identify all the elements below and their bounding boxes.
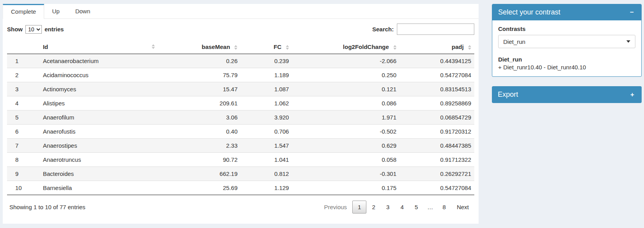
page-button-1[interactable]: 1: [352, 201, 366, 214]
cell-id: Anaerostipes: [40, 139, 159, 153]
export-box: Export +: [492, 86, 642, 103]
cell-padj: 0.26292721: [400, 167, 474, 181]
header-log2foldchange[interactable]: log2FoldChange: [292, 40, 400, 54]
table-row: 3 Actinomyces 15.47 1.087 0.121 0.831545…: [7, 82, 474, 96]
next-page-button[interactable]: Next: [451, 201, 474, 214]
cell-id: Anaerofustis: [40, 125, 159, 139]
cell-fc: 1.041: [240, 153, 292, 167]
table-row: 6 Anaerofustis 0.40 0.706 -0.502 0.91720…: [7, 125, 474, 139]
search-input[interactable]: [397, 24, 474, 35]
contrast-select-value: Diet_run: [503, 38, 526, 45]
cell-basemean: 25.69: [159, 181, 240, 195]
contrast-box-body: Contrasts Diet_run Diet_run + Diet_runr1…: [492, 20, 641, 76]
cell-id: Acidaminococcus: [40, 68, 159, 82]
cell-padj: 0.54727084: [400, 181, 474, 195]
cell-fc: 1.189: [240, 68, 292, 82]
cell-log2foldchange: 0.629: [292, 139, 400, 153]
cell-id: Alistipes: [40, 96, 159, 110]
sort-icon: [286, 45, 289, 50]
cell-rownum: 9: [7, 167, 40, 181]
cell-basemean: 2.33: [159, 139, 240, 153]
cell-rownum: 3: [7, 82, 40, 96]
tab-down[interactable]: Down: [67, 4, 98, 18]
sidebar-panel: Select your contrast − Contrasts Diet_ru…: [492, 4, 642, 103]
chevron-down-icon: [626, 40, 630, 43]
cell-basemean: 15.47: [159, 82, 240, 96]
contrast-detail-title: Diet_run: [498, 56, 635, 63]
cell-fc: 1.087: [240, 82, 292, 96]
cell-rownum: 6: [7, 125, 40, 139]
cell-log2foldchange: 0.175: [292, 181, 400, 195]
cell-log2foldchange: 1.971: [292, 110, 400, 125]
sort-icon: [468, 45, 471, 50]
export-box-header[interactable]: Export +: [492, 86, 642, 103]
cell-fc: 1.062: [240, 96, 292, 110]
cell-fc: 1.129: [240, 181, 292, 195]
cell-id: Actinomyces: [40, 82, 159, 96]
page-button-5[interactable]: 5: [409, 201, 423, 214]
cell-padj: 0.91712322: [400, 153, 474, 167]
cell-log2foldchange: 0.121: [292, 82, 400, 96]
header-id-label: Id: [43, 43, 48, 50]
cell-log2foldchange: -2.066: [292, 54, 400, 68]
cell-rownum: 7: [7, 139, 40, 153]
header-basemean[interactable]: baseMean: [159, 40, 240, 54]
table-row: 5 Anaerofilum 3.06 3.920 1.971 0.0685472…: [7, 110, 474, 125]
cell-id: Anaerofilum: [40, 110, 159, 125]
cell-log2foldchange: 0.250: [292, 68, 400, 82]
contrast-detail-formula: + Diet_runr10.40 - Diet_runr40.10: [498, 64, 635, 71]
cell-padj: 0.06854729: [400, 110, 474, 125]
table-row: 10 Barnesiella 25.69 1.129 0.175 0.54727…: [7, 181, 474, 195]
page-button-2[interactable]: 2: [366, 201, 380, 214]
header-id[interactable]: Id: [40, 40, 159, 54]
cell-padj: 0.48447385: [400, 139, 474, 153]
header-basemean-label: baseMean: [202, 43, 230, 50]
previous-page-button[interactable]: Previous: [319, 201, 352, 214]
header-padj[interactable]: padj: [400, 40, 474, 54]
cell-log2foldchange: -0.301: [292, 167, 400, 181]
sort-icon: [234, 45, 237, 50]
sort-icon: [393, 45, 396, 50]
cell-rownum: 5: [7, 110, 40, 125]
cell-padj: 0.54727084: [400, 68, 474, 82]
page-length-select[interactable]: 10: [25, 25, 42, 34]
contrast-select[interactable]: Diet_run: [498, 35, 635, 48]
contrasts-label: Contrasts: [498, 25, 635, 32]
cell-basemean: 90.72: [159, 153, 240, 167]
cell-basemean: 75.79: [159, 68, 240, 82]
header-fc[interactable]: FC: [240, 40, 292, 54]
cell-basemean: 0.40: [159, 125, 240, 139]
expand-plus-icon[interactable]: +: [629, 90, 636, 99]
page-length-control: Show 10 entries: [7, 25, 64, 34]
page-button-8[interactable]: 8: [437, 201, 451, 214]
header-log2foldchange-label: log2FoldChange: [343, 43, 389, 50]
table-wrapper: Show 10 entries Search: Id: [3, 19, 479, 214]
table-row: 7 Anaerostipes 2.33 1.547 0.629 0.484473…: [7, 139, 474, 153]
table-row: 1 Acetanaerobacterium 0.26 0.239 -2.066 …: [7, 54, 474, 68]
tab-complete[interactable]: Complete: [3, 4, 44, 19]
page-button-3[interactable]: 3: [381, 201, 395, 214]
search-control: Search:: [372, 24, 474, 35]
contrast-box-header[interactable]: Select your contrast −: [492, 4, 641, 20]
contrast-box: Select your contrast − Contrasts Diet_ru…: [492, 4, 642, 77]
cell-rownum: 1: [7, 54, 40, 68]
table-info: Showing 1 to 10 of 77 entries: [9, 204, 85, 210]
tab-up[interactable]: Up: [44, 4, 67, 18]
cell-fc: 0.812: [240, 167, 292, 181]
sort-icon: [152, 44, 155, 49]
export-box-title: Export: [498, 90, 518, 99]
cell-basemean: 662.19: [159, 167, 240, 181]
header-fc-label: FC: [274, 43, 282, 50]
search-label: Search:: [372, 26, 394, 33]
show-label: Show: [7, 26, 23, 33]
cell-rownum: 2: [7, 68, 40, 82]
cell-fc: 1.547: [240, 139, 292, 153]
cell-log2foldchange: -0.502: [292, 125, 400, 139]
cell-padj: 0.44394125: [400, 54, 474, 68]
contrast-box-title: Select your contrast: [498, 8, 560, 16]
cell-rownum: 10: [7, 181, 40, 195]
collapse-minus-icon[interactable]: −: [628, 8, 635, 16]
cell-fc: 0.706: [240, 125, 292, 139]
table-row: 8 Anaerotruncus 90.72 1.041 0.058 0.9171…: [7, 153, 474, 167]
page-button-4[interactable]: 4: [395, 201, 409, 214]
